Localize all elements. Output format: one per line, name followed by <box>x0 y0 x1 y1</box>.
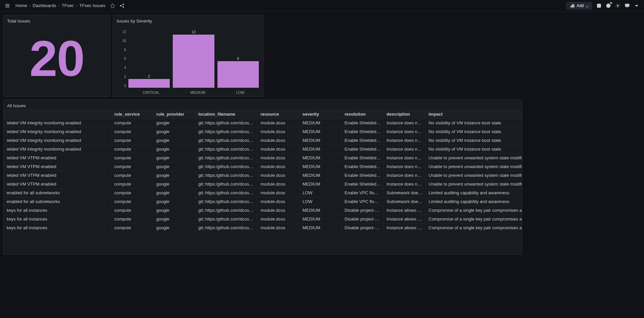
table-cell: ielded VM integrity monitoring enabled <box>4 119 112 127</box>
hamburger-icon[interactable] <box>3 1 12 10</box>
table-row[interactable]: ielded VM VTPM enabledcomputegooglegit::… <box>4 180 522 189</box>
save-icon[interactable] <box>594 1 604 10</box>
table-cell: Unable to prevent unwanted system state … <box>426 154 522 162</box>
table-row[interactable]: ielded VM integrity monitoring enabledco… <box>4 136 522 145</box>
table-row[interactable]: ielded VM VTPM enabledcomputegooglegit::… <box>4 154 522 162</box>
crumb-home[interactable]: Home <box>15 3 27 8</box>
crumb-tfsec[interactable]: TFsec <box>62 3 74 8</box>
table-cell: MEDIUM <box>300 145 342 154</box>
crumb-dashboards[interactable]: Dashboards <box>33 3 56 8</box>
table-cell: google <box>154 189 196 197</box>
table-cell: Limited auditing capability and awarenes… <box>426 197 522 206</box>
table-row[interactable]: ielded VM integrity monitoring enabledco… <box>4 145 522 154</box>
column-header[interactable] <box>4 110 112 119</box>
panel-all-issues[interactable]: All Issues rule_servicerule_providerloca… <box>3 100 522 255</box>
severity-chart: 2126 <box>127 30 260 88</box>
table-cell: google <box>154 171 196 180</box>
column-header[interactable]: description <box>384 110 426 119</box>
bar-critical[interactable]: 2 <box>127 30 171 88</box>
monitor-icon[interactable] <box>622 1 632 10</box>
table-cell: MEDIUM <box>300 162 342 171</box>
bar-value-label: 2 <box>148 74 150 78</box>
svg-point-8 <box>617 5 618 6</box>
table-cell: ielded VM integrity monitoring enabled <box>4 127 112 136</box>
table-cell: module.dcos <box>258 154 300 162</box>
column-header[interactable]: rule_provider <box>154 110 196 119</box>
add-button[interactable]: Add <box>566 2 592 9</box>
table-header-row: rule_servicerule_providerlocation_filena… <box>4 110 522 119</box>
table-cell: MEDIUM <box>300 136 342 145</box>
table-cell: enabled for all subnetworks <box>4 197 112 206</box>
table-cell: Instance does not … <box>384 119 426 127</box>
table-cell: No visibility of VM instance boot state. <box>426 127 522 136</box>
table-cell: git::https:/github.com/dcos-t... <box>196 206 258 215</box>
column-header[interactable]: location_filename <box>196 110 258 119</box>
column-header[interactable]: severity <box>300 110 342 119</box>
table-cell: Disable project-wi… <box>342 215 384 224</box>
issues-table-scroll[interactable]: rule_servicerule_providerlocation_filena… <box>4 110 522 254</box>
table-cell: git::https:/github.com/dcos-t... <box>196 127 258 136</box>
table-cell: git::https:/github.com/dcos-t... <box>196 180 258 189</box>
svg-point-0 <box>120 5 121 6</box>
table-row[interactable]: keys for all instancescomputegooglegit::… <box>4 215 522 224</box>
table-cell: google <box>154 136 196 145</box>
table-row[interactable]: enabled for all subnetworkscomputegoogle… <box>4 189 522 197</box>
table-cell: ielded VM VTPM enabled <box>4 171 112 180</box>
svg-rect-3 <box>570 5 572 7</box>
table-cell: Compromise of a single key pair compromi… <box>426 224 522 232</box>
table-cell: Unable to prevent unwanted system state … <box>426 171 522 180</box>
column-header[interactable]: resource <box>258 110 300 119</box>
table-cell: module.dcos <box>258 171 300 180</box>
crumb-tfsec-issues[interactable]: TFsec Issues <box>79 3 105 8</box>
table-cell: git::https:/github.com/dcos-t... <box>196 171 258 180</box>
table-cell: module.dcos <box>258 215 300 224</box>
table-cell: google <box>154 224 196 232</box>
svg-rect-9 <box>625 4 629 6</box>
clock-icon[interactable] <box>604 1 613 10</box>
table-cell: Instance allows us… <box>384 224 426 232</box>
table-cell: MEDIUM <box>300 215 342 224</box>
bar-low[interactable]: 6 <box>216 30 260 88</box>
table-cell: git::https:/github.com/dcos-t... <box>196 119 258 127</box>
table-cell: No visibility of VM instance boot state. <box>426 145 522 154</box>
table-cell: Enable Shielded V… <box>342 119 384 127</box>
table-cell: google <box>154 145 196 154</box>
panel-total-issues[interactable]: Total Issues 20 <box>3 15 110 97</box>
table-row[interactable]: enabled for all subnetworkscomputegoogle… <box>4 197 522 206</box>
panel-issues-by-severity[interactable]: Issues by Severity 024681012 2126 CRITIC… <box>113 15 264 97</box>
share-icon[interactable] <box>117 1 127 10</box>
table-cell: Enable VPC flow l… <box>342 197 384 206</box>
column-header[interactable]: rule_service <box>112 110 154 119</box>
table-row[interactable]: keys for all instancescomputegooglegit::… <box>4 206 522 215</box>
star-icon[interactable] <box>108 1 117 10</box>
chart-y-axis: 024681012 <box>117 30 126 88</box>
table-body: ielded VM integrity monitoring enabledco… <box>4 119 522 232</box>
table-cell: Instance does not … <box>384 171 426 180</box>
table-row[interactable]: ielded VM VTPM enabledcomputegooglegit::… <box>4 171 522 180</box>
svg-point-1 <box>123 4 124 5</box>
chevron-down-icon[interactable] <box>632 1 641 10</box>
gear-icon[interactable] <box>613 1 622 10</box>
add-button-label: Add <box>577 3 584 8</box>
column-header[interactable]: impact <box>426 110 522 119</box>
panel-title: Issues by Severity <box>113 15 263 25</box>
table-cell: google <box>154 162 196 171</box>
table-cell: enabled for all subnetworks <box>4 189 112 197</box>
table-cell: LOW <box>300 197 342 206</box>
chevron-right-icon: › <box>29 3 31 8</box>
table-cell: ielded VM integrity monitoring enabled <box>4 145 112 154</box>
table-cell: MEDIUM <box>300 224 342 232</box>
table-row[interactable]: ielded VM integrity monitoring enabledco… <box>4 127 522 136</box>
bar <box>217 61 259 88</box>
table-row[interactable]: keys for all instancescomputegooglegit::… <box>4 224 522 232</box>
table-cell: compute <box>112 180 154 189</box>
table-cell: google <box>154 197 196 206</box>
table-row[interactable]: ielded VM integrity monitoring enabledco… <box>4 119 522 127</box>
table-cell: MEDIUM <box>300 180 342 189</box>
bar-medium[interactable]: 12 <box>172 30 215 88</box>
column-header[interactable]: resolution <box>342 110 384 119</box>
table-cell: compute <box>112 206 154 215</box>
table-cell: google <box>154 215 196 224</box>
table-cell: Compromise of a single key pair compromi… <box>426 206 522 215</box>
table-row[interactable]: ielded VM VTPM enabledcomputegooglegit::… <box>4 162 522 171</box>
